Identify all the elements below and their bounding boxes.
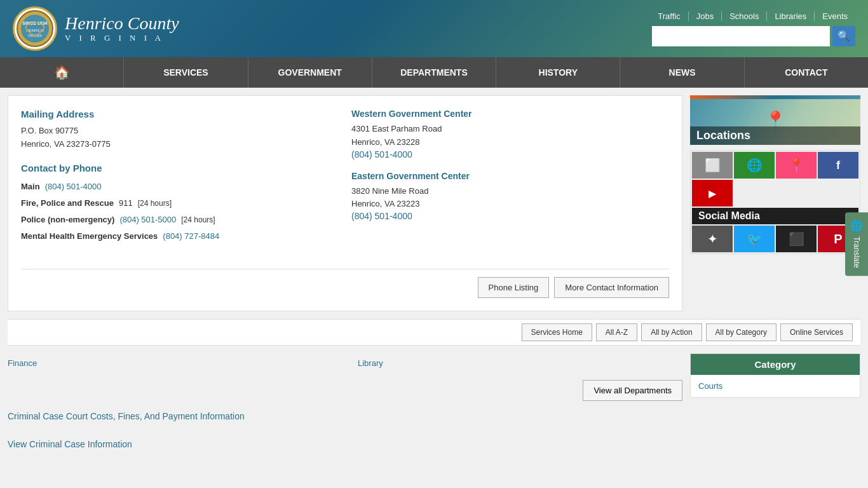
all-by-category-button[interactable]: All by Category	[706, 323, 776, 341]
phone-label-police: Police (non-emergency)	[21, 212, 114, 228]
nav-services[interactable]: SERVICES	[124, 57, 248, 88]
search-button[interactable]: 🔍	[832, 26, 855, 46]
nav-news[interactable]: NEWS	[620, 57, 744, 88]
phone-number-main[interactable]: (804) 501-4000	[45, 179, 102, 195]
phone-label-mental: Mental Health Emergency Services	[21, 228, 158, 245]
phone-note-fire: [24 hours]	[138, 196, 172, 211]
online-services-button[interactable]: Online Services	[780, 323, 853, 341]
social-icon-twitter[interactable]: 🐦	[734, 226, 775, 252]
translate-icon: 🌐	[851, 220, 863, 233]
western-center-section: Western Government Center 4301 East Parh…	[351, 109, 669, 159]
main-nav: 🏠 SERVICES GOVERNMENT DEPARTMENTS HISTOR…	[0, 57, 868, 88]
header: SINCE 1634 HENRICO VIRGINIA Henrico Coun…	[0, 0, 868, 57]
more-contact-button[interactable]: More Contact Information	[554, 277, 669, 298]
events-link[interactable]: Events	[815, 11, 855, 21]
eastern-center-addr2: Henrico, VA 23223	[351, 198, 669, 211]
social-label-row: Social Media	[692, 208, 858, 224]
social-icon-youtube[interactable]: ▶	[692, 180, 733, 207]
criminal-case-link[interactable]: Criminal Case Court Costs, Fines, And Pa…	[8, 411, 682, 421]
mailing-address-col: Mailing Address P.O. Box 90775 Henrico, …	[21, 109, 339, 256]
traffic-link[interactable]: Traffic	[650, 11, 688, 21]
western-center-addr2: Henrico, VA 23228	[351, 136, 669, 149]
all-by-action-button[interactable]: All by Action	[641, 323, 702, 341]
nav-departments[interactable]: DEPARTMENTS	[372, 57, 496, 88]
social-icon-globe[interactable]: 🌐	[734, 152, 775, 179]
schools-link[interactable]: Schools	[722, 11, 767, 21]
centers-col: Western Government Center 4301 East Parh…	[351, 109, 669, 256]
dept-library[interactable]: Library	[358, 358, 682, 368]
translate-widget[interactable]: 🌐 Translate	[845, 212, 868, 276]
phone-number-mental[interactable]: (804) 727-8484	[163, 228, 219, 245]
contact-by-phone-section: Contact by Phone Main (804) 501-4000 Fir…	[21, 163, 339, 245]
top-right: Traffic Jobs Schools Libraries Events 🔍	[650, 11, 855, 46]
social-icon-unknown3[interactable]: ⬛	[776, 226, 817, 252]
view-criminal-case-link[interactable]: View Criminal Case Information	[8, 439, 682, 449]
search-bar: 🔍	[652, 26, 855, 46]
map-stripe	[690, 95, 860, 99]
top-links: Traffic Jobs Schools Libraries Events	[650, 11, 855, 21]
dept-finance[interactable]: Finance	[8, 358, 332, 368]
all-az-button[interactable]: All A-Z	[596, 323, 637, 341]
search-input[interactable]	[652, 26, 830, 46]
phone-note-police: [24 hours]	[181, 212, 215, 227]
svg-text:VIRGINIA: VIRGINIA	[28, 34, 43, 37]
social-media-label: Social Media	[692, 208, 858, 224]
libraries-link[interactable]: Libraries	[767, 11, 815, 21]
phone-row-fire: Fire, Police and Rescue 911 [24 hours]	[21, 195, 339, 212]
phone-row-police: Police (non-emergency) (804) 501-5000 [2…	[21, 212, 339, 228]
lower-content: Finance Library View all Departments Cri…	[0, 346, 868, 464]
contact-action-row: Phone Listing More Contact Information	[21, 269, 669, 298]
category-header: Category	[691, 354, 860, 375]
locations-label: Locations	[690, 126, 860, 145]
logo-circle: SINCE 1634 HENRICO VIRGINIA	[13, 6, 57, 51]
phone-row-main: Main (804) 501-4000	[21, 179, 339, 195]
lower-sidebar: Category Courts	[690, 346, 868, 464]
phone-listing-button[interactable]: Phone Listing	[478, 277, 550, 298]
mailing-address-line2: Henrico, VA 23273-0775	[21, 138, 339, 151]
nav-home[interactable]: 🏠	[0, 57, 124, 88]
contact-panel: Mailing Address P.O. Box 90775 Henrico, …	[8, 95, 682, 311]
county-seal-icon: SINCE 1634 HENRICO VIRGINIA	[16, 10, 54, 48]
nav-history[interactable]: HISTORY	[496, 57, 620, 88]
logo-area: SINCE 1634 HENRICO VIRGINIA Henrico Coun…	[13, 6, 179, 51]
social-icon-unknown2[interactable]: ✦	[692, 226, 733, 252]
category-box: Category Courts	[690, 353, 860, 398]
eastern-center-addr1: 3820 Nine Mile Road	[351, 185, 669, 198]
translate-label: Translate	[852, 236, 861, 268]
page-links-section: Criminal Case Court Costs, Fines, And Pa…	[8, 411, 682, 449]
social-media-block: ⬜ 🌐 📍 f ▶ Social Media ✦ 🐦 ⬛ P	[690, 150, 860, 254]
western-center-heading: Western Government Center	[351, 109, 669, 119]
phone-label-main: Main	[21, 179, 40, 195]
contact-top-row: Mailing Address P.O. Box 90775 Henrico, …	[21, 109, 669, 256]
phone-label-fire: Fire, Police and Rescue	[21, 195, 114, 212]
western-center-addr1: 4301 East Parham Road	[351, 123, 669, 136]
phone-number-fire: 911	[119, 195, 133, 212]
locations-map[interactable]: 📍 Locations	[690, 95, 860, 145]
social-grid: ⬜ 🌐 📍 f ▶ Social Media ✦ 🐦 ⬛ P	[691, 151, 860, 254]
mailing-address-line1: P.O. Box 90775	[21, 125, 339, 138]
services-bar: Services Home All A-Z All by Action All …	[8, 319, 860, 346]
view-all-row: View all Departments	[8, 374, 682, 401]
department-row: Finance Library	[8, 353, 682, 374]
social-icon-unknown1[interactable]: ⬜	[692, 152, 733, 179]
view-all-departments-button[interactable]: View all Departments	[583, 380, 682, 401]
social-icon-facebook[interactable]: f	[818, 152, 858, 179]
jobs-link[interactable]: Jobs	[689, 11, 722, 21]
phone-row-mental: Mental Health Emergency Services (804) 7…	[21, 228, 339, 245]
eastern-center-section: Eastern Government Center 3820 Nine Mile…	[351, 171, 669, 222]
nav-contact[interactable]: CONTACT	[745, 57, 868, 88]
eastern-center-phone[interactable]: (804) 501-4000	[351, 211, 412, 221]
site-title: Henrico County V I R G I N I A	[65, 14, 179, 43]
contact-by-phone-heading: Contact by Phone	[21, 163, 339, 173]
nav-government[interactable]: GOVERNMENT	[248, 57, 372, 88]
social-icon-foursquare[interactable]: 📍	[776, 152, 817, 179]
phone-table: Main (804) 501-4000 Fire, Police and Res…	[21, 179, 339, 245]
mailing-address-section: Mailing Address P.O. Box 90775 Henrico, …	[21, 109, 339, 151]
right-sidebar: 📍 Locations ⬜ 🌐 📍 f ▶ Social Media ✦ 🐦 ⬛…	[690, 88, 868, 319]
lower-main: Finance Library View all Departments Cri…	[0, 346, 690, 464]
phone-number-police[interactable]: (804) 501-5000	[119, 212, 176, 228]
category-item-courts[interactable]: Courts	[691, 375, 860, 397]
western-center-phone[interactable]: (804) 501-4000	[351, 149, 412, 159]
eastern-center-heading: Eastern Government Center	[351, 171, 669, 181]
services-home-button[interactable]: Services Home	[522, 323, 592, 341]
